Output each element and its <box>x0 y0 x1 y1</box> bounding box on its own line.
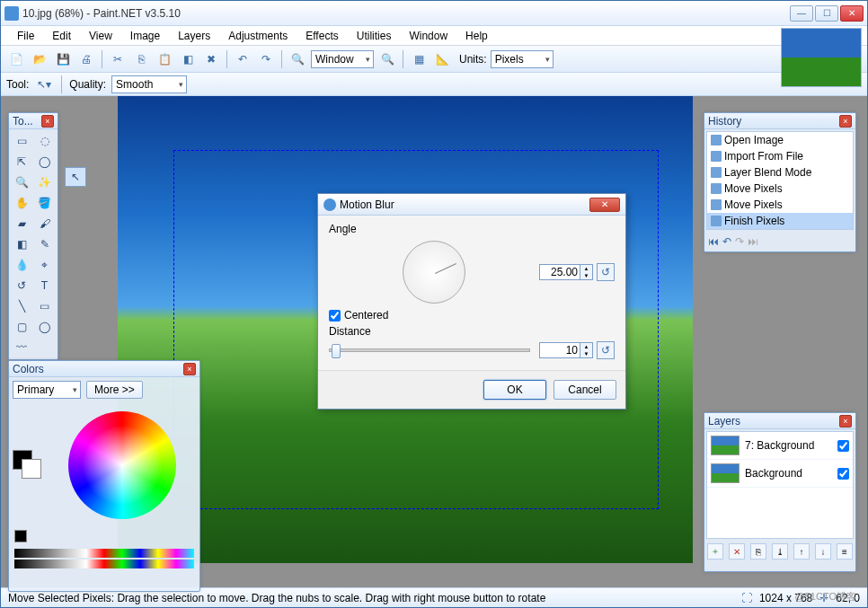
freeform-icon[interactable]: 〰 <box>11 338 32 357</box>
move-icon[interactable]: ↖ <box>65 167 86 187</box>
history-item[interactable]: Finish Pixels <box>707 213 853 229</box>
history-item[interactable]: Open Image <box>707 132 853 148</box>
angle-spinner[interactable]: ▲▼ <box>539 264 593 280</box>
colors-close-icon[interactable]: × <box>183 363 196 375</box>
pan-icon[interactable]: ✋ <box>11 193 32 213</box>
angle-input[interactable] <box>539 264 580 280</box>
lasso-icon[interactable]: ◌ <box>34 131 56 151</box>
history-item[interactable]: Move Pixels <box>707 197 853 213</box>
down-icon[interactable]: ▼ <box>580 272 592 279</box>
document-thumbnail[interactable] <box>781 28 862 87</box>
line-icon[interactable]: ╲ <box>11 296 32 316</box>
color-swatches[interactable] <box>13 450 43 480</box>
merge-down-icon[interactable]: ⤓ <box>772 543 788 560</box>
menu-utilities[interactable]: Utilities <box>348 27 401 45</box>
move-selection-icon[interactable]: ⇱ <box>11 152 32 172</box>
quality-combo[interactable]: Smooth <box>111 75 187 93</box>
menu-window[interactable]: Window <box>400 27 456 45</box>
print-icon[interactable]: 🖨 <box>76 49 96 69</box>
maximize-button[interactable]: ☐ <box>815 5 838 22</box>
move-down-icon[interactable]: ↓ <box>815 543 831 560</box>
rect-icon[interactable]: ▭ <box>34 296 56 316</box>
menu-effects[interactable]: Effects <box>297 27 347 45</box>
roundrect-icon[interactable]: ▢ <box>11 317 32 337</box>
zoom-icon[interactable]: 🔍 <box>11 172 32 192</box>
bucket-icon[interactable]: 🪣 <box>34 193 56 213</box>
rewind-icon[interactable]: ⏮ <box>708 235 719 248</box>
ellipse-icon[interactable]: ◯ <box>34 317 56 337</box>
menu-adjustments[interactable]: Adjustments <box>219 27 297 45</box>
add-layer-icon[interactable]: ＋ <box>707 543 723 560</box>
layer-row[interactable]: Background <box>707 460 853 488</box>
add-swatch-icon[interactable] <box>14 530 27 542</box>
history-item[interactable]: Import From File <box>707 148 853 164</box>
dup-layer-icon[interactable]: ⎘ <box>750 543 766 560</box>
menu-view[interactable]: View <box>80 27 121 45</box>
distance-spinner[interactable]: ▲▼ <box>539 342 593 358</box>
rect-select-icon[interactable]: ▭ <box>11 131 32 151</box>
paste-icon[interactable]: 📋 <box>155 49 174 69</box>
tools-close-icon[interactable]: × <box>41 115 54 128</box>
layer-visible-checkbox[interactable] <box>837 468 849 480</box>
zoom-in-icon[interactable]: 🔍 <box>377 49 397 69</box>
menu-edit[interactable]: Edit <box>43 27 80 45</box>
current-tool-icon[interactable]: ↖▾ <box>34 75 54 94</box>
move-up-icon[interactable]: ↑ <box>793 543 810 560</box>
layer-props-icon[interactable]: ≡ <box>837 543 853 560</box>
pencil-icon[interactable]: ✎ <box>34 234 56 254</box>
redo-icon[interactable]: ↷ <box>256 49 276 69</box>
minimize-button[interactable]: — <box>790 5 813 22</box>
units-combo[interactable]: Pixels <box>491 50 554 68</box>
wand-icon[interactable]: ✨ <box>34 172 56 192</box>
menu-image[interactable]: Image <box>121 27 169 45</box>
color-mode-combo[interactable]: Primary <box>13 381 81 399</box>
zoom-combo[interactable]: Window <box>311 50 374 68</box>
distance-slider[interactable] <box>329 348 530 352</box>
cut-icon[interactable]: ✂ <box>108 49 128 69</box>
up-icon[interactable]: ▲ <box>580 265 592 272</box>
layers-close-icon[interactable]: × <box>839 415 852 427</box>
distance-reset-icon[interactable]: ↺ <box>597 341 615 359</box>
eraser-icon[interactable]: ◧ <box>11 234 32 254</box>
new-icon[interactable]: 📄 <box>6 49 26 69</box>
color-wheel[interactable] <box>68 411 176 519</box>
palette-strip[interactable] <box>14 549 194 558</box>
ellipse-select-icon[interactable]: ◯ <box>34 152 56 172</box>
more-button[interactable]: More >> <box>86 381 143 399</box>
history-item[interactable]: Layer Blend Mode <box>707 164 853 181</box>
copy-icon[interactable]: ⎘ <box>131 49 151 69</box>
zoom-out-icon[interactable]: 🔍 <box>288 49 307 69</box>
delete-layer-icon[interactable]: ✕ <box>729 543 745 560</box>
menu-help[interactable]: Help <box>456 27 497 45</box>
deselect-icon[interactable]: ✖ <box>201 49 221 69</box>
angle-dial[interactable] <box>403 241 465 304</box>
history-close-icon[interactable]: × <box>839 115 852 128</box>
ruler-icon[interactable]: 📐 <box>432 49 452 69</box>
palette-strip-2[interactable] <box>14 560 194 568</box>
undo-icon[interactable]: ↶ <box>722 235 731 248</box>
angle-reset-icon[interactable]: ↺ <box>597 263 615 281</box>
layer-row[interactable]: 7: Background <box>707 432 853 460</box>
save-icon[interactable]: 💾 <box>53 49 73 69</box>
grid-icon[interactable]: ▦ <box>409 49 429 69</box>
menu-layers[interactable]: Layers <box>169 27 219 45</box>
ffwd-icon[interactable]: ⏭ <box>748 235 758 248</box>
menu-file[interactable]: File <box>8 27 43 45</box>
distance-input[interactable] <box>539 342 580 358</box>
dialog-close-icon[interactable]: ✕ <box>589 198 620 212</box>
layer-visible-checkbox[interactable] <box>837 440 849 452</box>
picker-icon[interactable]: 💧 <box>11 255 32 275</box>
centered-checkbox[interactable] <box>329 310 341 322</box>
history-item[interactable]: Move Pixels <box>707 181 853 197</box>
undo-icon[interactable]: ↶ <box>233 49 252 69</box>
ok-button[interactable]: OK <box>483 380 546 400</box>
close-button[interactable]: ✕ <box>840 5 864 22</box>
clone-icon[interactable]: ⌖ <box>34 255 56 275</box>
open-icon[interactable]: 📂 <box>30 49 49 69</box>
redo-icon[interactable]: ↷ <box>735 235 744 248</box>
gradient-icon[interactable]: ▰ <box>11 214 32 234</box>
brush-icon[interactable]: 🖌 <box>34 214 56 234</box>
text-icon[interactable]: T <box>34 276 56 295</box>
down-icon[interactable]: ▼ <box>580 350 592 357</box>
up-icon[interactable]: ▲ <box>580 343 592 350</box>
